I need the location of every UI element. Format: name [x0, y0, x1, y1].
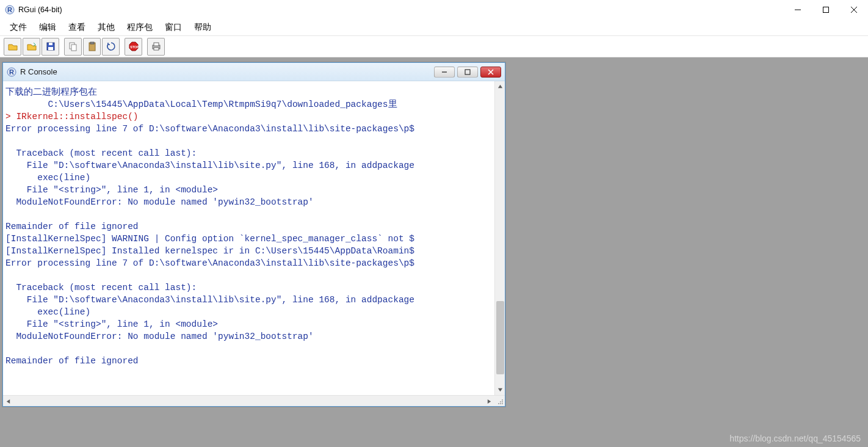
svg-point-19 [500, 403, 501, 404]
svg-rect-17 [465, 70, 470, 74]
console-line: > IRkernel::installspec() [4, 111, 505, 123]
menu-packages[interactable]: 程序包 [121, 21, 159, 34]
r-console-window[interactable]: R R Console 下载的二进制程序包在 C:\Users\15445\Ap… [2, 62, 505, 407]
console-line: Error processing line 7 of D:\software\A… [4, 257, 505, 269]
menu-file[interactable]: 文件 [4, 21, 33, 34]
svg-point-21 [498, 403, 499, 404]
console-line: File "<string>", line 1, in <module> [4, 318, 505, 330]
console-line: [InstallKernelSpec] WARNING | Config opt… [4, 233, 505, 245]
svg-rect-9 [90, 42, 94, 44]
paste-button[interactable] [83, 38, 101, 56]
console-line: File "<string>", line 1, in <module> [4, 184, 505, 196]
console-line [4, 135, 505, 147]
console-line: ModuleNotFoundError: No module named 'py… [4, 330, 505, 343]
r-console-maximize-button[interactable] [457, 67, 478, 78]
watermark: https://blog.csdn.net/qq_45154565 [729, 434, 861, 443]
save-button[interactable] [42, 38, 59, 56]
console-line: exec(line) [4, 306, 505, 318]
console-line [4, 269, 505, 282]
svg-point-23 [502, 399, 503, 401]
svg-point-18 [502, 403, 503, 404]
console-line [4, 208, 505, 220]
r-console-window-controls [434, 67, 501, 78]
scroll-left-icon[interactable] [3, 396, 13, 407]
console-line: exec(line) [4, 172, 505, 184]
console-line: Traceback (most recent call last): [4, 147, 505, 159]
console-line: ModuleNotFoundError: No module named 'py… [4, 196, 505, 208]
menu-help[interactable]: 帮助 [188, 21, 217, 34]
svg-rect-14 [154, 48, 159, 50]
main-titlebar: R RGui (64-bit) [0, 0, 868, 20]
menu-windows[interactable]: 窗口 [159, 21, 188, 34]
console-line: Traceback (most recent call last): [4, 282, 505, 294]
r-logo-icon: R [5, 5, 15, 15]
refresh-button[interactable] [102, 38, 120, 56]
horizontal-scrollbar[interactable] [3, 395, 505, 406]
scroll-up-icon[interactable] [495, 81, 505, 92]
svg-point-20 [502, 401, 503, 402]
scroll-down-icon[interactable] [495, 385, 505, 395]
console-line: Remainder of file ignored [4, 355, 505, 367]
scroll-thumb[interactable] [496, 301, 504, 374]
resize-grip-icon[interactable] [494, 395, 505, 406]
console-line: C:\Users\15445\AppData\Local\Temp\RtmpmS… [4, 98, 505, 111]
svg-text:STOP: STOP [130, 45, 139, 49]
svg-rect-7 [71, 45, 76, 51]
toolbar: STOP [0, 35, 868, 57]
console-line [4, 343, 505, 355]
window-title: RGui (64-bit) [18, 5, 62, 14]
menu-edit[interactable]: 编辑 [33, 21, 62, 34]
window-controls [784, 0, 868, 20]
r-console-close-button[interactable] [480, 67, 501, 78]
console-line: Error processing line 7 of D:\software\A… [4, 123, 505, 135]
console-line: Remainder of file ignored [4, 220, 505, 233]
print-button[interactable] [147, 38, 165, 56]
menubar: 文件 编辑 查看 其他 程序包 窗口 帮助 [0, 20, 868, 35]
menu-view[interactable]: 查看 [62, 21, 92, 34]
console-line: File "D:\software\Anaconda3\install\lib\… [4, 159, 505, 172]
menu-misc[interactable]: 其他 [92, 21, 121, 34]
console-line: [InstallKernelSpec] Installed kernelspec… [4, 245, 505, 257]
r-console-titlebar[interactable]: R R Console [3, 63, 505, 81]
svg-rect-4 [49, 43, 52, 45]
maximize-button[interactable] [812, 0, 840, 20]
svg-rect-5 [48, 47, 53, 50]
load-workspace-button[interactable] [23, 38, 40, 56]
open-script-button[interactable] [4, 38, 21, 56]
minimize-button[interactable] [784, 0, 812, 20]
svg-rect-2 [823, 7, 829, 13]
vertical-scrollbar[interactable] [494, 81, 505, 395]
svg-rect-13 [154, 43, 159, 46]
r-console-title: R Console [20, 67, 57, 76]
scroll-right-icon[interactable] [484, 396, 494, 407]
svg-text:R: R [7, 6, 12, 13]
r-console-minimize-button[interactable] [434, 67, 455, 78]
stop-button[interactable]: STOP [125, 38, 142, 56]
copy-button[interactable] [64, 38, 82, 56]
close-button[interactable] [840, 0, 868, 20]
svg-text:R: R [9, 68, 14, 76]
svg-point-22 [500, 401, 501, 402]
mdi-area: R R Console 下载的二进制程序包在 C:\Users\15445\Ap… [0, 57, 868, 447]
r-console-output[interactable]: 下载的二进制程序包在 C:\Users\15445\AppData\Local\… [3, 81, 505, 395]
console-line: 下载的二进制程序包在 [4, 86, 505, 98]
console-line: File "D:\software\Anaconda3\install\lib\… [4, 294, 505, 306]
r-logo-icon: R [7, 67, 16, 77]
